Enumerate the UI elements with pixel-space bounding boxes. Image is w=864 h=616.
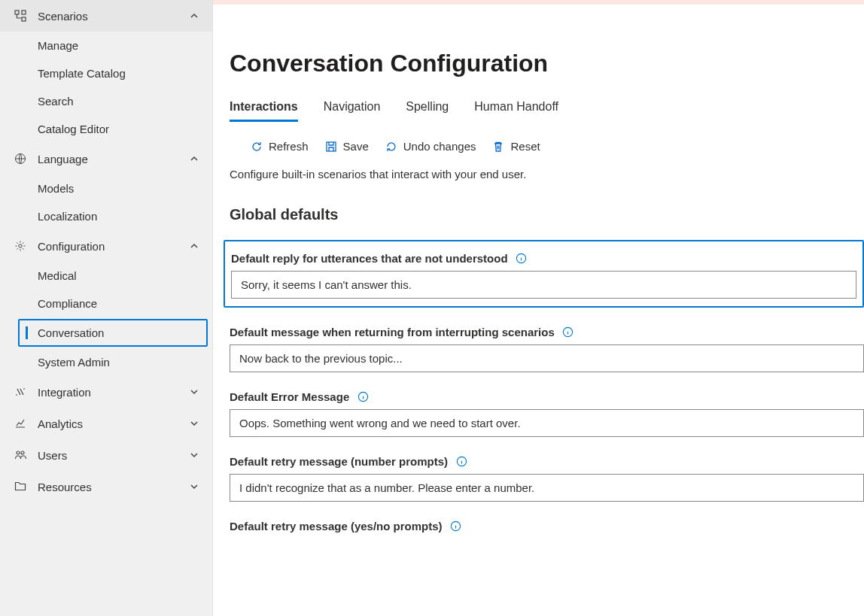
integration-icon xyxy=(14,385,27,399)
tabs: Interactions Navigation Spelling Human H… xyxy=(230,100,864,122)
nav-section-scenarios: Scenarios Manage Template Catalog Search… xyxy=(0,0,212,143)
main-content: Conversation Configuration Interactions … xyxy=(213,0,864,616)
svg-rect-2 xyxy=(22,17,26,21)
svg-point-4 xyxy=(19,244,22,247)
nav-item-localization[interactable]: Localization xyxy=(0,202,212,230)
trash-icon xyxy=(492,141,504,153)
refresh-button[interactable]: Refresh xyxy=(251,140,309,153)
info-icon[interactable] xyxy=(450,520,462,533)
field-return-message: Default message when returning from inte… xyxy=(230,326,864,372)
nav-section-language: Language Models Localization xyxy=(0,143,212,230)
svg-point-6 xyxy=(21,451,24,454)
nav-header-integration[interactable]: Integration xyxy=(0,376,212,408)
nav-section-users: Users xyxy=(0,439,212,471)
nav-label: Resources xyxy=(38,481,190,493)
chevron-down-icon xyxy=(190,387,199,396)
field-error-message: Default Error Message xyxy=(230,390,864,437)
tab-interactions[interactable]: Interactions xyxy=(230,100,298,122)
refresh-icon xyxy=(251,141,263,153)
nav-header-resources[interactable]: Resources xyxy=(0,471,212,502)
chevron-down-icon xyxy=(190,419,199,428)
info-icon[interactable] xyxy=(516,253,528,265)
field-label-text: Default retry message (yes/no prompts) xyxy=(230,520,443,533)
analytics-icon xyxy=(14,417,27,430)
save-button[interactable]: Save xyxy=(325,140,369,153)
section-title: Global defaults xyxy=(230,206,864,223)
field-retry-number: Default retry message (number prompts) xyxy=(230,455,864,502)
nav-header-scenarios[interactable]: Scenarios xyxy=(0,0,212,32)
chevron-down-icon xyxy=(190,482,199,491)
retry-number-input[interactable] xyxy=(230,474,864,502)
field-label: Default retry message (yes/no prompts) xyxy=(230,520,864,533)
nav-header-configuration[interactable]: Configuration xyxy=(0,230,212,262)
field-default-reply: Default reply for utterances that are no… xyxy=(224,240,864,308)
info-icon[interactable] xyxy=(455,456,467,468)
field-label-text: Default retry message (number prompts) xyxy=(230,455,448,468)
nav-item-template-catalog[interactable]: Template Catalog xyxy=(0,59,212,87)
field-label: Default Error Message xyxy=(230,390,864,403)
tab-human-handoff[interactable]: Human Handoff xyxy=(474,100,558,122)
field-label-text: Default reply for utterances that are no… xyxy=(231,252,508,265)
nav-label: Language xyxy=(38,153,190,165)
nav-section-configuration: Configuration Medical Compliance Convers… xyxy=(0,230,212,376)
nav-section-analytics: Analytics xyxy=(0,408,212,439)
nav-label: Analytics xyxy=(38,417,190,430)
nav-item-search[interactable]: Search xyxy=(0,87,212,115)
svg-rect-0 xyxy=(15,11,19,14)
nav-label: Configuration xyxy=(38,240,190,253)
nav-label: Integration xyxy=(38,386,190,399)
nav-item-manage[interactable]: Manage xyxy=(0,32,212,59)
tab-spelling[interactable]: Spelling xyxy=(406,100,449,122)
toolbar: Refresh Save Undo changes Reset xyxy=(230,132,864,168)
chevron-up-icon xyxy=(190,11,199,20)
sidebar: Scenarios Manage Template Catalog Search… xyxy=(0,0,213,616)
nav-section-integration: Integration xyxy=(0,376,212,408)
svg-rect-1 xyxy=(22,11,26,14)
nav-item-system-admin[interactable]: System Admin xyxy=(0,348,212,376)
nav-item-compliance[interactable]: Compliance xyxy=(0,290,212,317)
svg-point-5 xyxy=(17,451,20,454)
return-message-input[interactable] xyxy=(230,344,864,372)
field-retry-yesno: Default retry message (yes/no prompts) xyxy=(230,520,864,533)
gear-icon xyxy=(14,239,27,253)
scenarios-icon xyxy=(14,9,27,23)
chevron-up-icon xyxy=(190,154,199,163)
nav-label: Scenarios xyxy=(38,10,190,23)
folder-icon xyxy=(14,480,27,493)
field-label: Default message when returning from inte… xyxy=(230,326,864,338)
undo-icon xyxy=(385,141,397,153)
reset-button[interactable]: Reset xyxy=(492,140,540,153)
field-label: Default retry message (number prompts) xyxy=(230,455,864,468)
page-description: Configure built-in scenarios that intera… xyxy=(230,168,864,181)
default-reply-input[interactable] xyxy=(231,271,856,299)
users-icon xyxy=(14,448,27,462)
tab-navigation[interactable]: Navigation xyxy=(324,100,381,122)
field-label-text: Default Error Message xyxy=(230,390,349,403)
chevron-up-icon xyxy=(190,241,199,250)
nav-item-models[interactable]: Models xyxy=(0,174,212,202)
nav-header-analytics[interactable]: Analytics xyxy=(0,408,212,439)
nav-header-users[interactable]: Users xyxy=(0,439,212,471)
nav-item-catalog-editor[interactable]: Catalog Editor xyxy=(0,115,212,143)
language-icon xyxy=(14,152,27,165)
save-label: Save xyxy=(343,140,369,153)
nav-header-language[interactable]: Language xyxy=(0,143,212,174)
field-label-text: Default message when returning from inte… xyxy=(230,326,555,338)
undo-label: Undo changes xyxy=(403,140,476,153)
field-label: Default reply for utterances that are no… xyxy=(231,252,856,265)
info-icon[interactable] xyxy=(562,326,574,338)
nav-section-resources: Resources xyxy=(0,471,212,502)
save-icon xyxy=(325,141,337,153)
svg-rect-7 xyxy=(327,142,336,151)
error-message-input[interactable] xyxy=(230,409,864,437)
nav-item-conversation[interactable]: Conversation xyxy=(18,319,208,347)
reset-label: Reset xyxy=(510,140,540,153)
undo-button[interactable]: Undo changes xyxy=(385,140,476,153)
info-icon[interactable] xyxy=(357,391,369,403)
nav-label: Users xyxy=(38,449,190,462)
nav-item-medical[interactable]: Medical xyxy=(0,262,212,290)
refresh-label: Refresh xyxy=(269,140,309,153)
page-title: Conversation Configuration xyxy=(230,50,864,77)
chevron-down-icon xyxy=(190,451,199,460)
